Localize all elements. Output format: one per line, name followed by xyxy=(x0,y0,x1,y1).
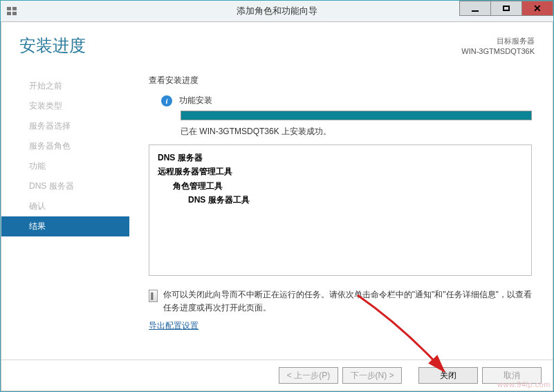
progress-bar xyxy=(181,111,532,120)
previous-button: < 上一步(P) xyxy=(279,367,338,384)
content-row: 开始之前 安装类型 服务器选择 服务器角色 功能 DNS 服务器 确认 结果 查… xyxy=(1,62,553,332)
note-text: 你可以关闭此向导而不中断正在运行的任务。请依次单击命令栏中的"通知"和"任务详细… xyxy=(163,288,532,315)
progress-fill xyxy=(181,111,531,120)
title-bar: 添加角色和功能向导 ✕ xyxy=(1,1,553,21)
info-icon: i xyxy=(161,95,172,106)
step-confirm: 确认 xyxy=(1,196,129,216)
window-close-button[interactable]: ✕ xyxy=(521,1,553,16)
window-controls: ✕ xyxy=(460,1,553,16)
wizard-footer: < 上一步(P) 下一步(N) > 关闭 取消 xyxy=(1,360,553,391)
installed-features-box[interactable]: DNS 服务器 远程服务器管理工具 角色管理工具 DNS 服务器工具 xyxy=(149,144,532,276)
svg-rect-3 xyxy=(12,12,17,15)
step-install-type: 安装类型 xyxy=(1,96,129,116)
wizard-window: 添加角色和功能向导 ✕ 安装进度 目标服务器 WIN-3GTMSDQT36K 开… xyxy=(0,0,554,392)
step-server-roles: 服务器角色 xyxy=(1,136,129,156)
next-button: 下一步(N) > xyxy=(342,367,402,384)
feature-dns-server-tools: DNS 服务器工具 xyxy=(158,193,523,207)
feature-role-admin-tools: 角色管理工具 xyxy=(158,179,523,193)
note-row: ▌ 你可以关闭此向导而不中断正在运行的任务。请依次单击命令栏中的"通知"和"任务… xyxy=(149,288,532,315)
step-before-begin: 开始之前 xyxy=(1,76,129,96)
step-features: 功能 xyxy=(1,156,129,176)
server-manager-icon xyxy=(6,6,17,17)
close-button[interactable]: 关闭 xyxy=(418,367,478,384)
target-server-box: 目标服务器 WIN-3GTMSDQT36K xyxy=(461,36,535,57)
svg-rect-0 xyxy=(7,7,11,10)
wizard-body: 安装进度 目标服务器 WIN-3GTMSDQT36K 开始之前 安装类型 服务器… xyxy=(1,21,553,391)
header-row: 安装进度 目标服务器 WIN-3GTMSDQT36K xyxy=(1,22,553,62)
step-dns-server: DNS 服务器 xyxy=(1,176,129,196)
main-panel: 查看安装进度 i 功能安装 已在 WIN-3GTMSDQT36K 上安装成功。 … xyxy=(129,62,553,332)
maximize-button[interactable] xyxy=(490,1,522,16)
info-row: i 功能安装 xyxy=(161,95,532,106)
cancel-button: 取消 xyxy=(482,367,542,384)
step-server-selection: 服务器选择 xyxy=(1,116,129,136)
info-text: 功能安装 xyxy=(179,95,212,106)
svg-rect-1 xyxy=(7,12,11,15)
target-server-name: WIN-3GTMSDQT36K xyxy=(461,46,535,57)
step-results: 结果 xyxy=(1,216,129,236)
install-status-line: 已在 WIN-3GTMSDQT36K 上安装成功。 xyxy=(181,126,532,138)
svg-rect-2 xyxy=(12,7,17,10)
progress-bar-wrap xyxy=(181,111,532,120)
minimize-button[interactable] xyxy=(459,1,491,16)
flag-icon: ▌ xyxy=(149,290,158,302)
feature-dns-server: DNS 服务器 xyxy=(158,151,523,165)
feature-rsat: 远程服务器管理工具 xyxy=(158,165,523,178)
target-server-label: 目标服务器 xyxy=(461,36,535,46)
export-config-link[interactable]: 导出配置设置 xyxy=(149,320,198,332)
wizard-steps-sidebar: 开始之前 安装类型 服务器选择 服务器角色 功能 DNS 服务器 确认 结果 xyxy=(1,62,129,332)
section-title: 查看安装进度 xyxy=(149,75,532,86)
page-heading: 安装进度 xyxy=(19,35,86,57)
